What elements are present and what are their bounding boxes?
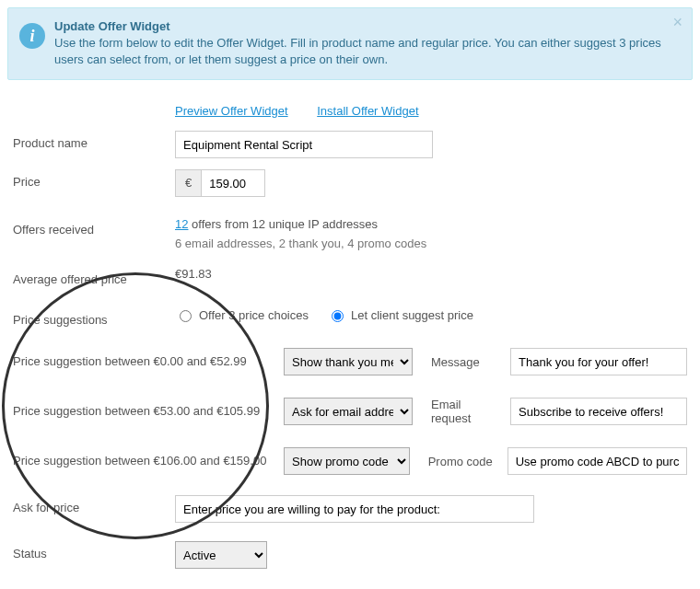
tier2-side-label: Email request (413, 398, 501, 425)
alert-body: Use the form below to edit the Offer Wid… (54, 35, 664, 68)
info-alert: i × Update Offer Widget Use the form bel… (7, 7, 693, 80)
label-offers-received: Offers received (13, 217, 175, 237)
status-select[interactable]: Active (175, 541, 267, 569)
install-link[interactable]: Install Offer Widget (317, 104, 418, 118)
tier2-action-select[interactable]: Ask for email address (284, 398, 413, 425)
radio-client-suggest[interactable]: Let client suggest price (327, 307, 473, 322)
tier3-action-select[interactable]: Show promo code (284, 447, 410, 475)
alert-title: Update Offer Widget (54, 19, 664, 33)
offers-line1-text: offers from 12 unique IP addresses (188, 217, 377, 231)
radio-offer3[interactable]: Offer 3 price choices (175, 307, 309, 322)
offers-line2-text: 6 email addresses, 2 thank you, 4 promo … (175, 237, 687, 250)
label-status: Status (13, 541, 175, 560)
label-avg-price: Average offered price (13, 267, 175, 286)
tier1-action-select[interactable]: Show thank you message (284, 348, 413, 375)
ask-for-price-input[interactable] (175, 495, 534, 523)
tier1-label: Price suggestion between €0.00 and €52.9… (13, 353, 284, 370)
radio-client-suggest-input[interactable] (332, 310, 344, 322)
preview-link[interactable]: Preview Offer Widget (175, 104, 288, 118)
radio-offer3-input[interactable] (180, 310, 192, 322)
tier3-message-input[interactable] (508, 447, 687, 475)
tier3-side-label: Promo code (410, 455, 498, 468)
radio-client-suggest-label: Let client suggest price (351, 308, 473, 322)
tier1-message-input[interactable] (510, 348, 687, 375)
label-product-name: Product name (13, 131, 175, 150)
label-ask-for-price: Ask for price (13, 495, 175, 514)
tier2-message-input[interactable] (510, 398, 687, 425)
label-price: Price (13, 169, 175, 189)
price-input[interactable] (201, 169, 265, 197)
currency-prefix: € (175, 169, 201, 197)
product-name-input[interactable] (175, 131, 433, 158)
label-price-suggestions: Price suggestions (13, 307, 175, 327)
info-icon: i (19, 23, 45, 49)
close-icon[interactable]: × (672, 14, 682, 30)
widget-links: Preview Offer Widget Install Offer Widge… (0, 87, 700, 125)
tier1-side-label: Message (413, 355, 501, 369)
radio-offer3-label: Offer 3 price choices (199, 308, 309, 322)
tier2-label: Price suggestion between €53.00 and €105… (13, 403, 284, 420)
tier3-label: Price suggestion between €106.00 and €15… (13, 453, 284, 469)
offers-count-link[interactable]: 12 (175, 217, 188, 231)
avg-price-value: €91.83 (175, 267, 212, 281)
